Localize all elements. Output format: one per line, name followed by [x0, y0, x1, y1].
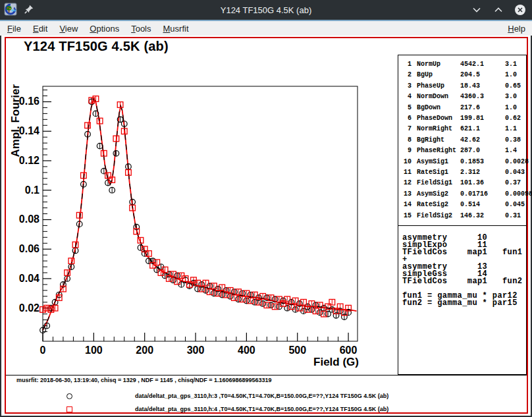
- param-pval: 199.81: [460, 113, 500, 124]
- param-row: 6PhaseDown199.810.62: [398, 113, 526, 124]
- param-pname: BgDown: [417, 103, 455, 113]
- menu-item-musrfit[interactable]: Musrfit: [157, 22, 195, 35]
- error-bars-circle: [43, 99, 348, 333]
- svg-text:300: 300: [187, 345, 205, 356]
- chevron-up-icon: [494, 5, 503, 14]
- svg-text:0.14: 0.14: [19, 125, 40, 136]
- param-pname: FieldSig2: [417, 211, 455, 221]
- svg-text:0.06: 0.06: [19, 243, 40, 254]
- bottom-pad-separator: [6, 375, 527, 375]
- fit-parameter-box: 1NormUp4542.13.12BgUp204.51.03PhaseUp18.…: [398, 55, 527, 375]
- svg-text:200: 200: [136, 345, 153, 356]
- param-pname: BgRight: [417, 135, 455, 146]
- x-axis: 0100200300400500600Field (G): [40, 333, 359, 368]
- theory-line: fun2 = gamma_mu * par15: [402, 300, 526, 307]
- param-perr: 1.1: [505, 124, 526, 134]
- parameter-list: 1NormUp4542.13.12BgUp204.51.03PhaseUp18.…: [398, 59, 526, 221]
- theory-line: TFieldCos map1 fun1: [402, 249, 526, 256]
- param-perr: 1.0: [505, 103, 526, 113]
- svg-text:0.08: 0.08: [19, 213, 40, 225]
- param-num: 12: [402, 178, 412, 188]
- param-row: 2BgUp204.51.0: [398, 70, 526, 80]
- param-pval: 4360.3: [460, 92, 500, 102]
- param-num: 14: [402, 200, 412, 210]
- root-app-icon: [4, 3, 17, 18]
- theory-block: asymmetry 10simplExpo 11TFieldCos map1 f…: [398, 226, 526, 307]
- close-button[interactable]: [514, 3, 527, 16]
- param-num: 6: [402, 113, 412, 124]
- pin-icon[interactable]: [24, 4, 34, 17]
- param-row: 13AsymSig20.017160.00098: [398, 189, 526, 200]
- param-perr: 0.31: [505, 211, 526, 221]
- param-pval: 0.514: [460, 200, 500, 210]
- param-row: 3PhaseUp18.430.65: [398, 81, 526, 92]
- circle-marker-icon: [66, 393, 72, 399]
- param-row: 5BgDown217.61.0: [398, 103, 526, 113]
- minimize-button[interactable]: [470, 3, 483, 16]
- param-perr: 0.00098: [505, 189, 532, 200]
- series-square: [40, 96, 352, 317]
- param-perr: 0.045: [505, 200, 526, 210]
- plot-area[interactable]: 0100200300400500600Field (G)0.020.040.06…: [5, 37, 395, 375]
- svg-text:100: 100: [85, 345, 103, 356]
- param-perr: 1.4: [505, 146, 526, 156]
- param-num: 2: [402, 70, 412, 80]
- param-pval: 4542.1: [460, 59, 500, 70]
- param-pname: BgUp: [417, 70, 455, 80]
- param-perr: 0.043: [505, 167, 526, 178]
- menu-item-view[interactable]: View: [53, 22, 84, 35]
- menubar: FileEditViewOptionsToolsMusrfit Help: [0, 21, 532, 36]
- param-pval: 2.312: [460, 167, 500, 178]
- svg-text:500: 500: [288, 345, 306, 356]
- maximize-button[interactable]: [492, 3, 505, 16]
- param-pname: PhaseRight: [417, 146, 455, 156]
- legend-label: data/deltat_pta_gps_3110,h:3 ,T0=4.50K,T…: [135, 393, 388, 399]
- param-pval: 101.36: [460, 178, 500, 188]
- param-pname: RateSig2: [417, 200, 455, 210]
- param-row: 15FieldSig2146.320.31: [398, 211, 526, 221]
- param-perr: 0.62: [505, 113, 526, 124]
- param-perr: 0.38: [505, 135, 526, 146]
- chevron-down-icon: [472, 5, 481, 14]
- legend-row: data/deltat_pta_gps_3110,h:4 ,T0=4.50K,T…: [1, 406, 531, 415]
- param-row: 10AsymSig10.18530.0028: [398, 157, 526, 167]
- param-pval: 217.6: [460, 103, 500, 113]
- series-circle: [40, 99, 352, 333]
- menu-item-options[interactable]: Options: [84, 22, 125, 35]
- svg-text:400: 400: [238, 345, 255, 356]
- param-num: 13: [402, 189, 412, 200]
- param-row: 12FieldSig1101.360.37: [398, 178, 526, 188]
- param-row: 9PhaseRight287.01.4: [398, 146, 526, 156]
- param-num: 1: [402, 59, 412, 70]
- param-row: 11RateSig12.3120.043: [398, 167, 526, 178]
- param-num: 11: [402, 167, 412, 178]
- param-pname: FieldSig1: [417, 178, 455, 188]
- menu-item-file[interactable]: File: [1, 22, 27, 35]
- svg-text:0: 0: [40, 345, 46, 356]
- param-num: 10: [402, 157, 412, 167]
- param-pname: NormRight: [417, 124, 455, 134]
- menu-item-tools[interactable]: Tools: [125, 22, 157, 35]
- param-pname: AsymSig1: [417, 157, 455, 167]
- param-perr: 3.0: [505, 92, 526, 102]
- param-perr: 1.0: [505, 70, 526, 80]
- param-pval: 0.01716: [460, 189, 500, 200]
- fit-line-solid: [43, 99, 357, 330]
- menu-item-edit[interactable]: Edit: [27, 22, 53, 35]
- menu-item-help[interactable]: Help: [502, 22, 532, 35]
- param-num: 7: [402, 124, 412, 134]
- theory-line: TFieldCos map1 fun2: [402, 278, 526, 285]
- param-pval: 0.1853: [460, 157, 500, 167]
- param-num: 15: [402, 211, 412, 221]
- param-row: 4NormDown4360.33.0: [398, 92, 526, 102]
- square-marker-icon: [66, 406, 72, 412]
- param-pname: NormDown: [417, 92, 455, 102]
- param-row: 1NormUp4542.13.1: [398, 59, 526, 70]
- param-perr: 0.37: [505, 178, 526, 188]
- plot-frame: [43, 86, 358, 341]
- svg-text:0.02: 0.02: [19, 302, 40, 314]
- param-pname: PhaseUp: [417, 81, 455, 92]
- root-canvas[interactable]: Y124 TF150G 4.5K (ab) 010020030040050060…: [1, 36, 531, 416]
- fit-line-dashed: [43, 99, 357, 330]
- param-pval: 18.43: [460, 81, 500, 92]
